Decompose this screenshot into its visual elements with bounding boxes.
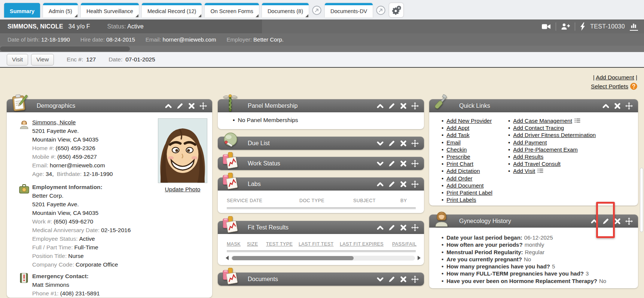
close-icon[interactable]	[400, 140, 407, 147]
documents-popout-icon[interactable]	[312, 5, 322, 15]
video-call-icon[interactable]	[542, 23, 551, 30]
work-status-header[interactable]: Work Status	[218, 157, 424, 170]
due-list-header[interactable]: Due List	[218, 137, 424, 150]
demographics-header[interactable]: Demographics	[7, 99, 212, 112]
add-driver-fitness-link[interactable]: Add Driver Fitness Determination	[513, 132, 596, 138]
edit-icon[interactable]	[388, 140, 396, 147]
select-portlets-link[interactable]: Select Portlets	[591, 83, 628, 90]
collapse-icon[interactable]	[602, 102, 610, 110]
add-person-icon[interactable]	[561, 23, 570, 30]
fit-col-pass-fail[interactable]: PASS/FAIL	[392, 241, 416, 247]
fit-col-test-type[interactable]: TEST TYPE	[266, 241, 293, 247]
documents-header[interactable]: Documents	[218, 273, 424, 286]
expand-icon[interactable]	[376, 140, 384, 147]
close-icon[interactable]	[400, 180, 407, 188]
move-icon[interactable]	[625, 218, 633, 225]
header-scroll-thumb[interactable]	[0, 46, 130, 51]
help-icon[interactable]	[630, 83, 637, 90]
email-link[interactable]: Email	[446, 139, 461, 146]
expand-icon[interactable]	[376, 276, 384, 283]
add-appt-link[interactable]: Add Appt	[446, 125, 469, 131]
close-icon[interactable]	[614, 218, 621, 225]
tab-documents-dv[interactable]: Documents-DV	[325, 3, 373, 18]
add-order-link[interactable]: Add Order	[446, 175, 472, 182]
edit-icon[interactable]	[388, 224, 396, 231]
panel-membership-header[interactable]: Panel Membership	[218, 99, 424, 112]
tab-documents[interactable]: Documents (8)	[262, 3, 309, 18]
list-grid-icon[interactable]	[574, 118, 581, 122]
view-button[interactable]: View	[31, 54, 54, 66]
flowsheet-chart-icon[interactable]	[630, 22, 638, 31]
collapse-icon[interactable]	[590, 218, 598, 225]
close-icon[interactable]	[400, 276, 407, 283]
collapse-icon[interactable]	[376, 102, 384, 110]
fit-test-header[interactable]: Fit Test Results	[218, 221, 424, 234]
scroll-thumb[interactable]	[232, 256, 354, 260]
scroll-track[interactable]	[231, 256, 415, 261]
print-patient-label-link[interactable]: Print Patient Label	[446, 189, 492, 196]
close-icon[interactable]	[614, 102, 621, 110]
quick-links-header[interactable]: Quick Links	[429, 99, 638, 112]
visit-button[interactable]: Visit	[7, 54, 28, 66]
move-icon[interactable]	[411, 180, 419, 188]
documents-dv-popout-icon[interactable]	[376, 5, 386, 15]
scroll-right-icon[interactable]	[417, 255, 421, 261]
collapse-icon[interactable]	[376, 180, 384, 188]
edit-icon[interactable]	[388, 160, 396, 167]
add-visit-link[interactable]: Add Visit	[513, 168, 535, 174]
collapse-icon[interactable]	[165, 102, 172, 110]
add-dictation-link[interactable]: Add Dictation	[446, 168, 480, 174]
add-results-link[interactable]: Add Results	[513, 153, 543, 160]
move-icon[interactable]	[199, 102, 207, 110]
edit-icon[interactable]	[388, 276, 396, 283]
print-labels-link[interactable]: Print Labels	[446, 197, 476, 203]
add-pre-placement-exam-link[interactable]: Add Pre-Placement Exam	[513, 146, 578, 153]
fit-col-last-fit-test[interactable]: LAST FIT TEST	[299, 241, 333, 247]
tab-admin[interactable]: Admin (5)	[43, 3, 78, 18]
patient-name-link[interactable]: Simmons, Nicole	[32, 119, 76, 125]
move-icon[interactable]	[411, 160, 419, 167]
close-icon[interactable]	[400, 160, 407, 167]
checkin-link[interactable]: Checkin	[446, 146, 467, 153]
list-grid-icon[interactable]	[537, 168, 544, 173]
gynecology-edit-icon[interactable]	[602, 218, 610, 225]
tab-medical-record[interactable]: Medical Record (12)	[142, 3, 202, 18]
scroll-left-icon[interactable]	[225, 255, 229, 261]
gynecology-header[interactable]: Gynecology History	[429, 215, 638, 228]
add-payment-link[interactable]: Add Payment	[513, 139, 547, 146]
edit-icon[interactable]	[388, 180, 396, 188]
move-icon[interactable]	[625, 102, 633, 110]
add-new-provider-link[interactable]: Add New Provider	[446, 118, 492, 124]
prescribe-link[interactable]: Prescribe	[446, 153, 470, 160]
move-icon[interactable]	[411, 102, 419, 110]
add-task-link[interactable]: Add Task	[446, 132, 469, 138]
fit-col-size[interactable]: SIZE	[247, 241, 258, 247]
close-icon[interactable]	[400, 102, 407, 110]
print-chart-link[interactable]: Print Chart	[446, 161, 473, 167]
quick-action-bolt-icon[interactable]	[580, 22, 585, 31]
quick-link-item: Add Travel Consult	[508, 160, 596, 167]
add-case-management-link[interactable]: Add Case Management	[513, 118, 572, 124]
edit-icon[interactable]	[176, 102, 184, 110]
page-scrollbar-thumb[interactable]	[640, 168, 643, 232]
tab-health-surveillance[interactable]: Health Surveillance	[81, 3, 139, 18]
add-document-link[interactable]: Add Document	[446, 182, 483, 189]
add-contact-tracing-link[interactable]: Add Contact Tracing	[513, 125, 564, 131]
tab-settings-button[interactable]	[389, 3, 404, 18]
tab-on-screen-forms[interactable]: On Screen Forms	[205, 3, 259, 18]
fit-col-mask[interactable]: MASK	[227, 241, 241, 247]
labs-header[interactable]: Labs	[218, 177, 424, 191]
move-icon[interactable]	[411, 140, 419, 147]
update-photo-link[interactable]: Update Photo	[165, 186, 201, 193]
expand-icon[interactable]	[376, 160, 384, 167]
move-icon[interactable]	[411, 224, 419, 231]
edit-icon[interactable]	[388, 102, 396, 110]
add-document-link[interactable]: Add Document	[596, 74, 634, 80]
close-icon[interactable]	[188, 102, 195, 110]
move-icon[interactable]	[411, 276, 419, 283]
fit-col-last-fit-expires[interactable]: LAST FIT EXPIRES	[340, 241, 384, 247]
close-icon[interactable]	[400, 224, 407, 231]
tab-summary[interactable]: Summary	[4, 3, 40, 18]
add-travel-consult-link[interactable]: Add Travel Consult	[513, 161, 561, 167]
collapse-icon[interactable]	[376, 224, 384, 231]
